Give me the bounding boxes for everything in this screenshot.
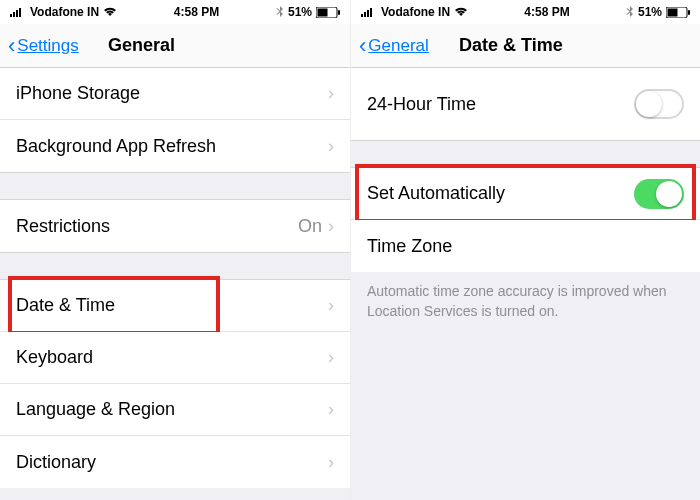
bluetooth-icon — [276, 6, 284, 18]
group-separator — [0, 252, 350, 280]
back-button-settings[interactable]: ‹ Settings — [8, 35, 98, 57]
row-dictionary[interactable]: Dictionary › — [0, 436, 350, 488]
svg-rect-13 — [688, 10, 690, 15]
svg-rect-9 — [367, 10, 369, 17]
svg-rect-7 — [361, 14, 363, 17]
chevron-left-icon: ‹ — [359, 35, 366, 57]
row-label: Language & Region — [16, 399, 328, 420]
back-label: Settings — [17, 36, 78, 56]
row-set-automatically: Set Automatically — [351, 168, 700, 220]
group-separator — [351, 140, 700, 168]
row-label: 24-Hour Time — [367, 94, 634, 115]
row-keyboard[interactable]: Keyboard › — [0, 332, 350, 384]
row-label: Date & Time — [16, 295, 328, 316]
toggle-24-hour[interactable] — [634, 89, 684, 119]
battery-icon — [666, 7, 690, 18]
row-background-app-refresh[interactable]: Background App Refresh › — [0, 120, 350, 172]
row-language-region[interactable]: Language & Region › — [0, 384, 350, 436]
page-title: Date & Time — [459, 35, 563, 56]
row-label: Keyboard — [16, 347, 328, 368]
nav-bar: ‹ Settings General — [0, 24, 350, 68]
battery-pct: 51% — [638, 5, 662, 19]
chevron-right-icon: › — [328, 347, 334, 368]
screen-date-time: Vodafone IN 4:58 PM 51% ‹ General Date &… — [350, 0, 700, 500]
row-value: On — [298, 216, 322, 237]
signal-icon — [10, 7, 26, 17]
nav-bar: ‹ General Date & Time — [351, 24, 700, 68]
content-general: iPhone Storage › Background App Refresh … — [0, 68, 350, 500]
svg-rect-5 — [317, 8, 327, 16]
wifi-icon — [103, 7, 117, 17]
battery-pct: 51% — [288, 5, 312, 19]
row-time-zone[interactable]: Time Zone — [351, 220, 700, 272]
carrier-label: Vodafone IN — [381, 5, 450, 19]
row-label: Background App Refresh — [16, 136, 328, 157]
status-time: 4:58 PM — [174, 5, 219, 19]
screen-general: Vodafone IN 4:58 PM 51% ‹ Settings Gener… — [0, 0, 350, 500]
row-label: Time Zone — [367, 236, 684, 257]
bluetooth-icon — [626, 6, 634, 18]
carrier-label: Vodafone IN — [30, 5, 99, 19]
chevron-right-icon: › — [328, 136, 334, 157]
footer-text: Automatic time zone accuracy is improved… — [351, 272, 700, 331]
chevron-right-icon: › — [328, 399, 334, 420]
row-restrictions[interactable]: Restrictions On › — [0, 200, 350, 252]
status-bar: Vodafone IN 4:58 PM 51% — [351, 0, 700, 24]
svg-rect-1 — [13, 12, 15, 17]
svg-rect-2 — [16, 10, 18, 17]
content-date-time: 24-Hour Time Set Automatically Time Zone… — [351, 68, 700, 500]
svg-rect-12 — [667, 8, 677, 16]
signal-icon — [361, 7, 377, 17]
svg-rect-3 — [19, 8, 21, 17]
svg-rect-6 — [338, 10, 340, 15]
svg-rect-8 — [364, 12, 366, 17]
chevron-right-icon: › — [328, 216, 334, 237]
row-label: Set Automatically — [367, 183, 634, 204]
chevron-right-icon: › — [328, 295, 334, 316]
wifi-icon — [454, 7, 468, 17]
row-label: iPhone Storage — [16, 83, 328, 104]
svg-rect-10 — [370, 8, 372, 17]
row-iphone-storage[interactable]: iPhone Storage › — [0, 68, 350, 120]
status-bar: Vodafone IN 4:58 PM 51% — [0, 0, 350, 24]
toggle-set-automatically[interactable] — [634, 179, 684, 209]
svg-rect-0 — [10, 14, 12, 17]
row-label: Restrictions — [16, 216, 298, 237]
row-24-hour-time: 24-Hour Time — [351, 68, 700, 140]
chevron-left-icon: ‹ — [8, 35, 15, 57]
group-separator — [0, 172, 350, 200]
page-title: General — [108, 35, 175, 56]
status-time: 4:58 PM — [524, 5, 569, 19]
battery-icon — [316, 7, 340, 18]
back-label: General — [368, 36, 428, 56]
chevron-right-icon: › — [328, 452, 334, 473]
row-label: Dictionary — [16, 452, 328, 473]
row-date-time[interactable]: Date & Time › — [0, 280, 350, 332]
chevron-right-icon: › — [328, 83, 334, 104]
back-button-general[interactable]: ‹ General — [359, 35, 449, 57]
